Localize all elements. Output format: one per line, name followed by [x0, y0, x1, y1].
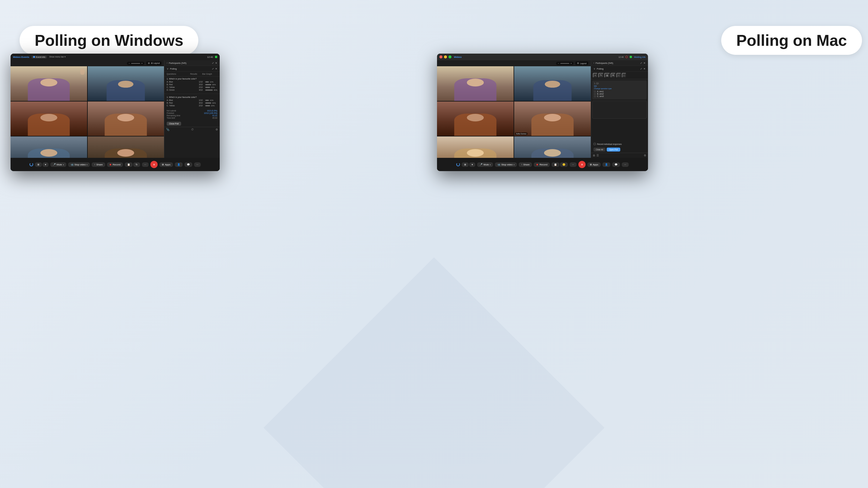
extra-more-btn-mac[interactable]: ··· — [622, 162, 629, 167]
participants-btn-mac[interactable]: 👤 — [602, 162, 610, 167]
mac-radio-a[interactable] — [594, 91, 596, 93]
traffic-light-red[interactable] — [439, 56, 442, 59]
close-panel-icon-windows[interactable]: ✕ — [215, 62, 217, 64]
mac-polling-popout-icon[interactable]: ⤢ — [640, 67, 642, 70]
refresh-btn[interactable]: ↻ — [133, 162, 140, 167]
mac-grid-view-icon[interactable]: ⊞ — [593, 154, 595, 157]
chat-btn-mac[interactable]: 💬 — [612, 162, 620, 167]
mac-camera-mode-btn[interactable]: ⊞ — [462, 162, 469, 167]
meeting-info-btn[interactable]: Meeting Info — [634, 56, 646, 58]
opt-c-count: 2/10 — [196, 86, 205, 88]
share-btn-mac[interactable]: ↑ Share — [519, 162, 532, 167]
show-menu-bar-btn[interactable]: Show menu bar ▾ — [49, 56, 66, 58]
mac-view-toggle: ⊞ ☰ — [593, 154, 599, 157]
mac-change-question-type[interactable]: Change question type — [594, 88, 645, 90]
mute-icon-mac: 🎤 — [479, 163, 483, 166]
more-btn-windows[interactable]: ··· — [142, 162, 149, 167]
clear-all-btn-mac[interactable]: Clear All — [593, 148, 606, 152]
camera-mode-btn[interactable]: ⊞ — [35, 162, 42, 167]
polling-popout-icon-windows[interactable]: ⤢ — [212, 67, 214, 70]
more-btn-mac[interactable]: ··· — [569, 162, 577, 167]
opt-a-bar-container: 10% — [205, 81, 217, 83]
toolbar-mac: ⊞ ▾ 🎤 Mute ▾ 📹 Stop video ▾ ↑ Share ⏺ Re… — [437, 158, 648, 171]
stop-video-btn-mac[interactable]: 📹 Stop video ▾ — [495, 162, 517, 167]
mute-btn-windows[interactable]: 🎤 Mute ▾ — [50, 162, 66, 167]
mac-video-cell-2 — [514, 66, 591, 101]
windows-main-area: − + ⊞ ⊞ Layout — [10, 60, 220, 171]
windows-topbar: Webex Events Event info Show menu bar ▾ … — [10, 54, 220, 60]
event-info-tab[interactable]: Event info — [32, 56, 47, 59]
webex-events-logo: Webex Events — [13, 56, 29, 59]
mac-participants-chevron[interactable]: › — [593, 61, 594, 64]
mac-video-controls: − + ⊞ Layout — [437, 60, 591, 66]
poll-timer-icon[interactable]: ⏱ — [191, 128, 194, 131]
poll-tool-move-down[interactable]: ↓ — [622, 73, 627, 78]
camera-dropdown-btn[interactable]: ▾ — [42, 162, 49, 167]
q2-opt-a-bar — [205, 100, 209, 101]
mac-q1-opt-b: B. ans2 — [594, 93, 645, 95]
layout-btn[interactable]: ⊞ ⊞ Layout — [146, 61, 161, 65]
poll-tool-add[interactable]: + — [593, 73, 598, 78]
mute-caret-mac: ▾ — [490, 164, 491, 166]
poll-tool-delete[interactable]: 🗑 — [604, 73, 610, 78]
not-submit-label: Not submit — [167, 110, 176, 112]
polling-title-windows: Polling — [170, 67, 177, 70]
record-icon-mac: ⏺ — [536, 163, 538, 166]
mac-clipboard-btn[interactable]: 📋 — [552, 162, 559, 167]
mac-radio-b[interactable] — [594, 93, 596, 95]
mac-layout-btn[interactable]: ⊞ Layout — [575, 61, 588, 65]
poll-tool-edit[interactable]: ✎ — [598, 73, 604, 78]
title-mac: Polling on Mac — [721, 26, 862, 55]
mac-popout-icon[interactable]: ⤢ — [640, 62, 642, 64]
mac-zoom-slider[interactable] — [560, 63, 569, 64]
polling-close-icon-windows[interactable]: ✕ — [215, 67, 217, 70]
mac-close-panel-icon[interactable]: ✕ — [644, 62, 646, 64]
mac-emoji-btn[interactable]: 🙂 — [560, 162, 568, 167]
chat-btn-windows[interactable]: 💬 — [184, 162, 192, 167]
mac-list-view-icon[interactable]: ☰ — [596, 154, 599, 157]
zoom-out-icon[interactable]: − — [129, 62, 130, 64]
right-panel-windows: › Participants (545) ⤢ ✕ ∨ Polling — [164, 60, 220, 171]
opt-b-bar-container: 30% — [205, 84, 217, 86]
mac-polling-chevron[interactable]: ∨ — [593, 67, 595, 70]
close-poll-btn-windows[interactable]: Close Poll — [167, 122, 181, 126]
open-poll-btn-mac[interactable]: Open Poll — [607, 148, 620, 152]
traffic-light-yellow[interactable] — [444, 56, 447, 59]
record-btn-windows[interactable]: ⏺ Record — [107, 162, 123, 167]
end-btn-windows[interactable]: ✕ — [150, 161, 158, 168]
apps-btn-mac[interactable]: ⊞ Apps — [587, 162, 601, 167]
name-tag-sofia: Sofia Gomez — [515, 133, 527, 135]
polling-chevron-windows[interactable]: ∨ — [167, 67, 169, 70]
end-btn-mac[interactable]: ✕ — [578, 161, 586, 168]
mac-q1-opt-a: A. ans1 — [594, 90, 645, 93]
mac-polling-close-icon[interactable]: ✕ — [644, 67, 646, 70]
extra-more-btn-windows[interactable]: ··· — [194, 162, 201, 167]
poll-settings-icon[interactable]: ⚙ — [216, 128, 218, 131]
zoom-slider[interactable] — [131, 63, 140, 64]
clipboard-btn[interactable]: 📋 — [125, 162, 133, 167]
apps-btn-windows[interactable]: ⊞ Apps — [159, 162, 173, 167]
title-windows: Polling on Windows — [20, 26, 198, 55]
opt-b-label: B. Red — [167, 84, 196, 86]
record-btn-mac[interactable]: ⏺ Record — [534, 162, 550, 167]
zoom-in-icon[interactable]: + — [141, 62, 143, 64]
mute-btn-mac[interactable]: 🎤 Mute ▾ — [477, 162, 493, 167]
participants-btn-windows[interactable]: 👤 — [175, 162, 183, 167]
share-btn-windows[interactable]: ↑ Share — [92, 162, 105, 167]
mac-record-individual-checkbox[interactable] — [593, 143, 596, 145]
popout-icon-windows[interactable]: ⤢ — [212, 62, 214, 64]
traffic-light-green[interactable] — [448, 56, 452, 59]
mac-zoom-out[interactable]: − — [558, 62, 559, 64]
participants-chevron[interactable]: › — [167, 61, 167, 64]
mac-settings-icon-bottom[interactable]: ⚙ — [644, 154, 646, 157]
col-bargraph: Bar Graph — [202, 73, 217, 75]
stop-video-btn-windows[interactable]: 📹 Stop video ▾ — [68, 162, 90, 167]
mac-camera-dropdown-btn[interactable]: ▾ — [469, 162, 475, 167]
mac-radio-c[interactable] — [594, 96, 596, 97]
participants-header-windows: › Participants (545) ⤢ ✕ — [164, 60, 220, 66]
poll-tool-move-up[interactable]: ↑ — [616, 73, 621, 78]
mac-zoom-in[interactable]: + — [570, 62, 572, 64]
poll-attach-icon[interactable]: 📎 — [166, 128, 169, 131]
poll-tool-copy[interactable]: ⧉ — [611, 73, 616, 78]
mac-q1-title[interactable]: Q1 — [594, 85, 645, 87]
